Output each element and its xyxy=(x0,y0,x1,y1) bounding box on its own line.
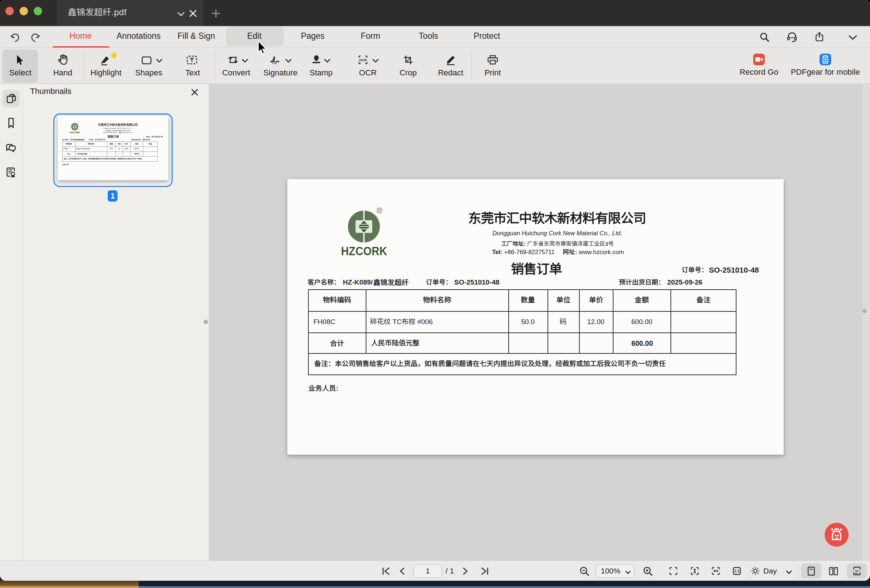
svg-text:R: R xyxy=(378,209,381,212)
svg-text:R: R xyxy=(78,123,79,123)
svg-text:OCR: OCR xyxy=(359,58,366,62)
svg-text:1:1: 1:1 xyxy=(734,569,740,573)
